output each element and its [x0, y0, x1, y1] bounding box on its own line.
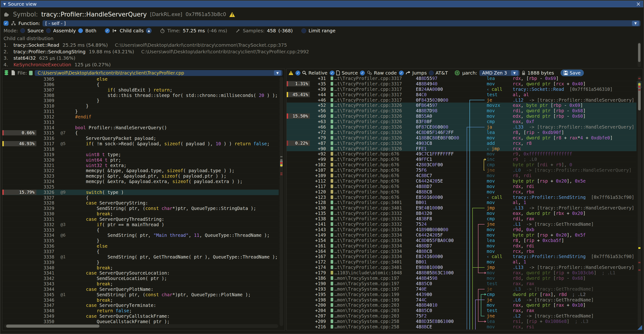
asm-row[interactable]: +174…t\TracyProfiler.cpp:3401E9B8010000j…: [287, 265, 636, 270]
asm-row[interactable]: +90…t\TracyProfiler.cpp:3326FFE1‹ jmprcx: [287, 146, 636, 152]
asm-row[interactable]: +164…t\TracyProfiler.cpp:3334488BCBmovrc…: [287, 249, 636, 254]
asm-row[interactable]: +149…t\TracyProfiler.cpp:3334C64424205Fm…: [287, 232, 636, 238]
source-line[interactable]: 3319 uint8_t type;: [2, 152, 279, 157]
child-call-scrollbar[interactable]: [638, 42, 641, 67]
asm-row[interactable]: +154…t\TracyProfiler.cpp:33344C8D055FBA0…: [287, 238, 636, 243]
source-line[interactable]: 3338@1 SendString( ptr, GetThreadName( p…: [2, 254, 279, 260]
att-checkbox[interactable]: [429, 71, 434, 75]
source-line[interactable]: 3324 memcpy( &extra, &payload.extra, siz…: [2, 179, 279, 184]
source-line[interactable]: 3309 }: [2, 98, 279, 103]
source-vertical-scrollbar[interactable]: [280, 77, 283, 326]
asm-row[interactable]: +128…t\TracyProfiler.cpp:3401B001moval, …: [287, 200, 636, 205]
asm-row[interactable]: +46…t\TracyProfiler.cpp:33170F8435020000…: [287, 97, 636, 103]
source-line[interactable]: 0.66%3315@7{: [2, 130, 279, 136]
asm-row[interactable]: +138…t\TracyProfiler.cpp:3332483BF8cmprd…: [287, 216, 636, 221]
child-call-item[interactable]: 1.tracy::Socket::Read25.25 ms (54.89%)C:…: [4, 42, 634, 49]
source-line[interactable]: 3306 {: [2, 82, 279, 87]
asm-row[interactable]: +193…mon\TracySystem.cpp:197740Eje.L3 ->…: [287, 286, 636, 292]
source-line[interactable]: 3328 case ServerQueryString:: [2, 200, 279, 206]
limit-range-checkbox[interactable]: [301, 28, 306, 33]
source-line[interactable]: 3336 else: [2, 243, 279, 249]
source-line[interactable]: 3320 uint64_t ptr;: [2, 157, 279, 163]
source-line[interactable]: 3337 {: [2, 249, 279, 254]
asm-row[interactable]: +107…t\TracyProfiler.hpp:67675F6jne.L0 -…: [287, 167, 636, 173]
asm-row[interactable]: +141…t\TracyProfiler.cpp:33327524jne.L1 …: [287, 221, 636, 227]
asm-row[interactable]: +109…t\TracyProfiler.hpp:6764C8BC7movr8,…: [287, 173, 636, 178]
chevron-down-icon[interactable]: ▼: [632, 21, 639, 26]
asm-row[interactable]: +172…t\TracyProfiler.cpp:3401B001moval, …: [287, 259, 636, 265]
asm-row[interactable]: +99…t\TracyProfiler.hpp:67649FFC1incr9 ;…: [287, 157, 636, 162]
source-line[interactable]: 3350 QueueCallstackFrame( ptr );: [2, 319, 279, 324]
asm-row[interactable]: +167…t\TracyProfiler.cpp:3334E824160000‹…: [287, 254, 636, 259]
window-titlebar[interactable]: ▼ Source view ×: [1, 1, 643, 7]
source-line[interactable]: 3342 SendSourceLocation( ptr );: [2, 276, 279, 281]
source-line[interactable]: 3348 return false;: [2, 308, 279, 314]
child-call-item[interactable]: 4.KeSynchronizeExecution125 μs (0.27%): [4, 62, 634, 68]
function-checkbox[interactable]: [4, 21, 8, 26]
source-line[interactable]: 3346 break;: [2, 298, 279, 303]
save-button[interactable]: Save: [561, 70, 584, 76]
child-call-item[interactable]: 2.tracy::Profiler::SendLongString19.88 m…: [4, 49, 634, 55]
asm-row[interactable]: +200…mon\TracySystem.cpp:203488B4010movr…: [287, 302, 636, 308]
source-line[interactable]: 3349 case ServerQueryCallstackFrame:: [2, 314, 279, 319]
chevron-down-icon[interactable]: ▼: [511, 70, 518, 75]
asm-row[interactable]: +123…t\TracyProfiler.hpp:676E850160000‹ …: [287, 195, 636, 200]
asm-row[interactable]: +79…t\TracyProfiler.cpp:3326418B8C80E0BF…: [287, 135, 636, 141]
asm-row[interactable]: +72…t\TracyProfiler.cpp:33264C8D05F146F2…: [287, 130, 636, 135]
asm-row[interactable]: +31…t\TracyProfiler.cpp:3317488D5597lear…: [287, 76, 636, 81]
source-line[interactable]: 3341 case ServerQuerySourceLocation:: [2, 270, 279, 276]
source-line[interactable]: 3314bool Profiler::HandleServerQuery(): [2, 125, 279, 131]
radio-source[interactable]: [20, 28, 25, 33]
source-line[interactable]: 3321 uint32_t extra;: [2, 163, 279, 168]
function-combo[interactable]: [ - self - ] ▼: [42, 20, 640, 26]
asm-row[interactable]: 45.41%+44…t\TracyProfiler.cpp:331784C0te…: [287, 92, 636, 97]
radio-both[interactable]: [78, 28, 83, 33]
asm-row[interactable]: +198…mon\TracySystem.cpp:199744Cje.L6 ->…: [287, 297, 636, 303]
asm-row[interactable]: +195…mon\TracySystem.cpp:199443900cmpdwo…: [287, 292, 636, 297]
source-line[interactable]: 3316 ServerQueryPacket payload;: [2, 136, 279, 141]
uarch-combo[interactable]: AMD Zen 3 ▼: [480, 70, 520, 76]
chevron-down-icon[interactable]: ▼: [274, 70, 281, 75]
source-line[interactable]: 46.93%3317@5 if( !m_sock->Read( &payload…: [2, 141, 279, 147]
asm-row[interactable]: +39…t\TracyProfiler.cpp:3317E824AA0000‹ …: [287, 87, 636, 92]
asm-row[interactable]: 0.22%+87…t\TracyProfiler.cpp:33264903C8a…: [287, 141, 636, 146]
asm-row[interactable]: +209…mon\TracySystem.cpp:258488D35E88610…: [287, 319, 636, 324]
asm-row[interactable]: +130…t\TracyProfiler.cpp:3401E9E4010000j…: [287, 205, 636, 211]
source-line[interactable]: 3310 }: [2, 103, 279, 109]
source-line[interactable]: 3334@6 SendString( ptr, "Main thread", 1…: [2, 233, 279, 238]
resize-grip[interactable]: [638, 325, 642, 330]
asm-row[interactable]: +56…t\TracyProfiler.cpp:3326488B7D98movr…: [287, 108, 636, 114]
source-line[interactable]: 3329 SendString( ptr, (const char*)ptr, …: [2, 206, 279, 211]
raw-code-checkbox[interactable]: [360, 71, 365, 75]
source-line[interactable]: 3345@1 SendString( ptr, (const char*)ptr…: [2, 292, 279, 298]
radio-assembly[interactable]: [46, 28, 51, 33]
source-line[interactable]: 3322 memcpy( &type, &payload.type, sizeo…: [2, 168, 279, 173]
source-horizontal-thumb[interactable]: [6, 325, 100, 328]
asm-row[interactable]: +117…t\TracyProfiler.hpp:676488BD7movrdx…: [287, 184, 636, 189]
child-calls-collapse-button[interactable]: ▲: [146, 28, 152, 33]
source-line[interactable]: 3332@3 if( ptr == m_mainThread ): [2, 222, 279, 227]
source-line[interactable]: 3343 break;: [2, 281, 279, 287]
asm-row[interactable]: +52…t\TracyProfiler.cpp:33260FB64597movz…: [287, 103, 636, 108]
relative-checkbox[interactable]: [296, 71, 300, 75]
source-line[interactable]: 3340 break;: [2, 265, 279, 271]
asm-row[interactable]: +190…mon\TracySystem.cpp:1974885C0testra…: [287, 281, 636, 286]
asm-row[interactable]: +207…mon\TracySystem.cpp:20375F2jne.L2 -…: [287, 313, 636, 319]
source-line[interactable]: 3331 case ServerQueryThreadString:: [2, 216, 279, 222]
asm-row[interactable]: +204…mon\TracySystem.cpp:2034885C0testra…: [287, 308, 636, 313]
source-line[interactable]: 3330 break;: [2, 211, 279, 216]
asm-row[interactable]: +102…t\TracyProfiler.hpp:67642803C0F00cm…: [287, 162, 636, 167]
child-calls-checkbox[interactable]: [105, 28, 110, 33]
asm-row[interactable]: +120…t\TracyProfiler.hpp:676488BCBmovrcx…: [287, 189, 636, 195]
source-line[interactable]: 15.79%3326@9 switch( type ): [2, 190, 279, 195]
asm-row[interactable]: +112…t\TracyProfiler.hpp:676C64424205Emo…: [287, 178, 636, 184]
source-line[interactable]: 3347 case ServerQueryTerminate:: [2, 303, 279, 308]
source-line[interactable]: 3318: [2, 147, 279, 152]
asm-row[interactable]: +92…t\TracyProfiler.hpp:67649C7C1FFFFFFF…: [287, 151, 636, 157]
asm-row[interactable]: +186…mon\TracySystem.cpp:197448B4598movr…: [287, 276, 636, 281]
asm-row[interactable]: 1.31%+35…t\TracyProfiler.cpp:3317488B494…: [287, 81, 636, 87]
source-line[interactable]: 3311}: [2, 109, 279, 114]
jumps-checkbox[interactable]: [399, 71, 404, 75]
source-line[interactable]: 3335 }: [2, 238, 279, 243]
source-line[interactable]: 3307 if( shouldExit ) return;: [2, 87, 279, 93]
